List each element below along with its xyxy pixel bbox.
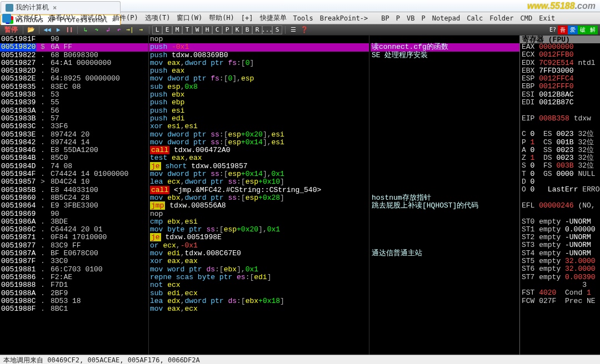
q-icon[interactable]: ❓ xyxy=(299,26,309,34)
addr-row[interactable]: 00519827 xyxy=(0,59,36,67)
reg-row[interactable]: S 0 FS 003B 32位 xyxy=(520,162,600,170)
hex-column[interactable]: 906A FF68 B069830064:A1 000000005064:892… xyxy=(49,36,148,364)
hex-row[interactable]: 2BF9 xyxy=(49,290,148,297)
comment-row[interactable] xyxy=(371,186,519,194)
asm-row[interactable]: mov dword ptr ss:[esp+0x14],esi xyxy=(149,139,369,146)
tools-label[interactable]: 快捷菜单 xyxy=(257,12,290,24)
comment-row[interactable]: SE 处理程序安装 xyxy=(371,52,519,59)
hex-row[interactable]: F7D1 xyxy=(49,281,148,289)
reg-row[interactable]: ST6 empty 32.0000 xyxy=(520,265,600,273)
hex-row[interactable]: 68 B0698300 xyxy=(49,52,148,59)
tool-1[interactable]: BreakPoint-> xyxy=(317,13,372,23)
asm-row[interactable]: sub esp,0x8 xyxy=(149,83,369,91)
hex-row[interactable]: E8 44033100 xyxy=(49,186,148,194)
comment-row[interactable] xyxy=(371,75,519,83)
badge-4[interactable]: 解 xyxy=(588,26,598,34)
toolbar-pause-icon[interactable]: ❙❙ xyxy=(64,26,74,34)
comment-row[interactable] xyxy=(371,123,519,130)
reg-row[interactable]: FCW 027F Prec NE xyxy=(520,297,600,305)
comment-row[interactable] xyxy=(371,163,519,170)
reg-row[interactable]: O 0 LastErr ERRO xyxy=(520,186,600,194)
reg-row[interactable]: ST1 empty 0.00000 xyxy=(520,226,600,234)
hex-row[interactable]: 8D53 18 xyxy=(49,297,148,305)
comment-row[interactable]: 读connect.cfg的函数 xyxy=(371,43,519,51)
menu-item-6[interactable]: 帮助(H) xyxy=(206,13,238,23)
asm-row[interactable]: call <jmp.&MFC42.#CString::CString_540> xyxy=(149,186,369,194)
addr-row[interactable]: 0051986C xyxy=(0,226,36,234)
comment-row[interactable] xyxy=(371,242,519,250)
addr-row[interactable]: 00519839 xyxy=(0,99,36,107)
hex-row[interactable]: C74424 14 01000000 xyxy=(49,170,148,178)
comment-row[interactable] xyxy=(371,131,519,139)
step-over-icon[interactable]: ↷ xyxy=(92,26,102,34)
reg-row[interactable] xyxy=(520,123,600,130)
addr-row[interactable]: 00519857 xyxy=(0,178,36,186)
asm-row[interactable]: mov eax,dword ptr fs:[0] xyxy=(149,59,369,67)
comment-row[interactable] xyxy=(371,146,519,154)
addr-row[interactable]: 00519842 xyxy=(0,139,36,146)
addr-row[interactable]: 00519822 xyxy=(0,52,36,59)
asm-row[interactable]: mov word ptr ds:[ebx],0x1 xyxy=(149,266,369,274)
hex-row[interactable]: 57 xyxy=(49,115,148,123)
hex-row[interactable]: 6A FF xyxy=(49,43,148,51)
comment-row[interactable] xyxy=(371,226,519,234)
asm-row[interactable]: mov edi,tdxw.008C67E0 xyxy=(149,250,369,257)
marker-column[interactable]: $................>............... xyxy=(36,36,49,364)
tool-7[interactable]: Notepad xyxy=(429,13,464,23)
asm-row[interactable]: lea ecx,dword ptr ss:[esp+0x10] xyxy=(149,178,369,186)
menu-item-0[interactable]: 文件(F) xyxy=(13,13,46,23)
addr-row[interactable]: 0051984D xyxy=(0,163,36,170)
badge-0[interactable]: E? xyxy=(548,25,558,34)
step-out-icon[interactable]: ↶ xyxy=(114,26,124,34)
asm-row[interactable]: cmp ebx,esi xyxy=(149,218,369,226)
hex-row[interactable]: 56 xyxy=(49,107,148,115)
asm-row[interactable]: push tdxw.008369B0 xyxy=(149,52,369,59)
reg-row[interactable]: ST7 empty 0.00390 xyxy=(520,274,600,281)
hex-row[interactable]: 83EC 08 xyxy=(49,83,148,91)
hex-row[interactable]: 55 xyxy=(49,99,148,107)
tool-11[interactable]: Exit xyxy=(536,13,558,23)
reg-row[interactable]: ESP 0012FFC4 xyxy=(520,75,600,83)
hex-row[interactable]: 3BDE xyxy=(49,218,148,226)
hex-row[interactable]: 33C0 xyxy=(49,257,148,265)
addr-row[interactable]: 0051988C xyxy=(0,297,36,305)
asm-row[interactable]: xor eax,eax xyxy=(149,257,369,265)
hex-row[interactable]: 33F6 xyxy=(49,123,148,130)
step-trace-icon[interactable]: ↲ xyxy=(103,26,113,34)
asm-row[interactable]: or ecx,-0x1 xyxy=(149,242,369,250)
reg-row[interactable]: EDX 7C92E514 ntdl xyxy=(520,59,600,67)
addr-row[interactable]: 0051987F xyxy=(0,257,36,265)
addr-row[interactable]: 0051987A xyxy=(0,250,36,257)
close-icon[interactable]: × xyxy=(53,4,57,12)
menu-item-2[interactable]: 调试(D) xyxy=(77,13,109,23)
addr-row[interactable]: 0051985B xyxy=(0,186,36,194)
hex-row[interactable]: 50 xyxy=(49,67,148,75)
addr-row[interactable]: 00519877 xyxy=(0,242,36,250)
tool-10[interactable]: CMD xyxy=(517,13,536,23)
comment-row[interactable] xyxy=(371,178,519,186)
toolbar-play-icon[interactable]: ▶ xyxy=(53,26,63,34)
hex-row[interactable]: 90 xyxy=(49,36,148,43)
reg-row[interactable]: FST 4020 Cond 1 xyxy=(520,289,600,297)
addr-row[interactable]: 0051983B xyxy=(0,115,36,123)
step-into-icon[interactable]: ↳ xyxy=(81,26,91,34)
asm-column[interactable]: noppush -0x1push tdxw.008369B0mov eax,dw… xyxy=(148,36,369,364)
asm-row[interactable]: nop xyxy=(149,210,369,218)
reg-row[interactable] xyxy=(520,107,600,114)
addr-row[interactable]: 00519886 xyxy=(0,274,36,281)
addr-row[interactable]: 00519888 xyxy=(0,281,36,289)
comment-row[interactable] xyxy=(371,83,519,91)
reg-row[interactable]: ST5 empty 32.0000 xyxy=(520,257,600,265)
menu-item-1[interactable]: 查看(V) xyxy=(46,13,78,23)
asm-row[interactable]: mov dword ptr fs:[0],esp xyxy=(149,75,369,83)
reg-row[interactable]: ST2 empty -UNORM xyxy=(520,234,600,241)
asm-row[interactable]: mov dword ptr ss:[esp+0x20],esi xyxy=(149,131,369,139)
toolbar-t-button[interactable]: T xyxy=(182,26,192,34)
toolbar-b-button[interactable]: B xyxy=(242,26,252,34)
hex-row[interactable]: 90 xyxy=(49,210,148,218)
asm-row[interactable]: je short tdxw.00519857 xyxy=(149,163,369,170)
asm-row[interactable]: push -0x1 xyxy=(149,43,369,51)
comment-row[interactable] xyxy=(371,290,519,297)
hex-row[interactable]: 66:C703 0100 xyxy=(49,266,148,274)
reg-row[interactable]: EBX 7FFD3000 xyxy=(520,67,600,75)
